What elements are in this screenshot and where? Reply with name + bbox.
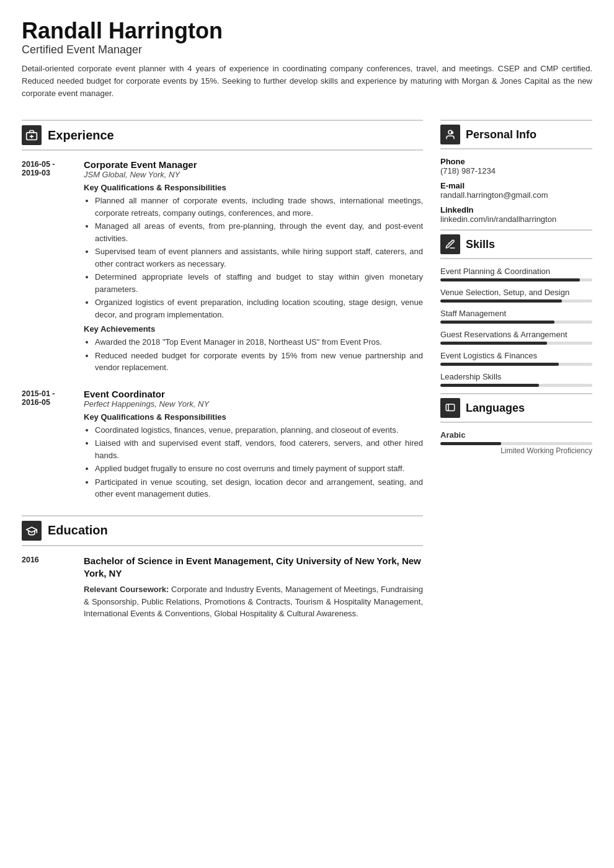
skill-bar-bg	[440, 299, 592, 303]
personal-info-section-title: Personal Info	[466, 128, 536, 141]
edu-degree: Bachelor of Science in Event Management,…	[84, 555, 423, 580]
language-item-0: Arabic Limited Working Proficiency	[440, 430, 592, 455]
header-section: Randall Harrington Certified Event Manag…	[22, 19, 592, 100]
resume-wrapper: Randall Harrington Certified Event Manag…	[0, 0, 614, 649]
skill-bar-fill	[440, 342, 547, 345]
skills-section-title: Skills	[466, 238, 495, 251]
qualification-item: Organized logistics of event preparation…	[95, 296, 423, 321]
email-item: E-mail randall.harrington@gmail.com	[440, 181, 592, 200]
skills-section-header: Skills	[440, 229, 592, 259]
language-level: Limited Working Proficiency	[440, 446, 592, 455]
exp-company: JSM Global, New York, NY	[84, 170, 423, 179]
edu-entry-0: 2016 Bachelor of Science in Event Manage…	[22, 555, 423, 620]
exp-date: 2016-05 -2019-03	[22, 159, 84, 375]
skill-bar-fill	[440, 321, 554, 324]
education-entries: 2016 Bachelor of Science in Event Manage…	[22, 555, 423, 620]
skill-item-3: Guest Reservations & Arrangement	[440, 330, 592, 345]
edu-detail: Bachelor of Science in Event Management,…	[84, 555, 423, 620]
qualification-item: Liaised with and supervised event staff,…	[95, 437, 423, 461]
skills-icon	[440, 234, 460, 254]
qualifications-label: Key Qualifications & Responsibilities	[84, 183, 423, 192]
qualification-item: Managed all areas of events, from pre-pl…	[95, 220, 423, 244]
phone-item: Phone (718) 987-1234	[440, 157, 592, 175]
svg-point-5	[448, 242, 450, 244]
svg-rect-6	[446, 404, 455, 411]
linkedin-value: linkedin.com/in/randallharrington	[440, 215, 592, 224]
exp-detail: Corporate Event Manager JSM Global, New …	[84, 159, 423, 375]
language-bar-fill	[440, 442, 501, 445]
personal-info-icon	[440, 125, 460, 144]
email-value: randall.harrington@gmail.com	[440, 190, 592, 200]
email-label: E-mail	[440, 181, 592, 190]
skill-name: Leadership Skills	[440, 372, 592, 381]
languages-section-title: Languages	[466, 402, 525, 415]
skill-item-1: Venue Selection, Setup, and Design	[440, 288, 592, 303]
skill-bar-bg	[440, 342, 592, 345]
skill-name: Event Planning & Coordination	[440, 267, 592, 276]
skill-bar-bg	[440, 321, 592, 324]
skill-bar-bg	[440, 363, 592, 366]
languages-icon	[440, 398, 460, 418]
edu-year: 2016	[22, 555, 84, 620]
languages-section-header: Languages	[440, 393, 592, 423]
linkedin-item: LinkedIn linkedin.com/in/randallharringt…	[440, 205, 592, 224]
skill-name: Venue Selection, Setup, and Design	[440, 288, 592, 297]
exp-job-title: Event Coordinator	[84, 389, 423, 399]
phone-value: (718) 987-1234	[440, 166, 592, 175]
achievements-label: Key Achievements	[84, 324, 423, 334]
phone-label: Phone	[440, 157, 592, 166]
right-column: Personal Info Phone (718) 987-1234 E-mai…	[440, 120, 592, 630]
education-section-header: Education	[22, 515, 423, 546]
qualifications-list: Coordinated logistics, finances, venue, …	[84, 424, 423, 500]
skill-bar-bg	[440, 384, 592, 387]
qualification-item: Coordinated logistics, finances, venue, …	[95, 424, 423, 436]
qualification-item: Planned all manner of corporate events, …	[95, 195, 423, 219]
skill-item-4: Event Logistics & Finances	[440, 351, 592, 366]
exp-detail: Event Coordinator Perfect Happenings, Ne…	[84, 389, 423, 502]
skill-item-0: Event Planning & Coordination	[440, 267, 592, 281]
languages-list: Arabic Limited Working Proficiency	[440, 430, 592, 455]
qualifications-list: Planned all manner of corporate events, …	[84, 195, 423, 321]
skill-bar-fill	[440, 299, 562, 303]
edu-coursework: Relevant Coursework: Corporate and Indus…	[84, 583, 423, 620]
qualification-item: Determined appropriate levels of staffin…	[95, 271, 423, 295]
education-section-title: Education	[48, 523, 108, 538]
exp-date: 2015-01 -2016-05	[22, 389, 84, 502]
experience-icon	[22, 125, 42, 145]
main-content: Experience 2016-05 -2019-03 Corporate Ev…	[22, 120, 592, 630]
language-name: Arabic	[440, 430, 592, 440]
qualification-item: Supervised team of event planners and as…	[95, 246, 423, 270]
skill-bar-bg	[440, 278, 592, 281]
skill-name: Event Logistics & Finances	[440, 351, 592, 360]
linkedin-label: LinkedIn	[440, 205, 592, 215]
exp-company: Perfect Happenings, New York, NY	[84, 399, 423, 409]
candidate-title: Certified Event Manager	[22, 43, 592, 56]
skill-name: Staff Management	[440, 309, 592, 318]
exp-entry-0: 2016-05 -2019-03 Corporate Event Manager…	[22, 159, 423, 375]
exp-entry-1: 2015-01 -2016-05 Event Coordinator Perfe…	[22, 389, 423, 502]
skill-item-2: Staff Management	[440, 309, 592, 324]
qualification-item: Applied budget frugally to ensure no cos…	[95, 463, 423, 475]
experience-section-header: Experience	[22, 120, 423, 151]
qualifications-label: Key Qualifications & Responsibilities	[84, 412, 423, 422]
achievements-list: Awarded the 2018 "Top Event Manager in 2…	[84, 336, 423, 374]
experience-section-title: Experience	[48, 128, 114, 143]
exp-job-title: Corporate Event Manager	[84, 159, 423, 170]
achievement-item: Reduced needed budget for corporate even…	[95, 350, 423, 374]
achievement-item: Awarded the 2018 "Top Event Manager in 2…	[95, 336, 423, 348]
qualification-item: Participated in venue scouting, set desi…	[95, 476, 423, 500]
skill-bar-fill	[440, 384, 539, 387]
skill-bar-fill	[440, 363, 559, 366]
personal-info-section-header: Personal Info	[440, 120, 592, 149]
candidate-name: Randall Harrington	[22, 19, 592, 43]
skill-bar-fill	[440, 278, 580, 281]
experience-entries: 2016-05 -2019-03 Corporate Event Manager…	[22, 159, 423, 502]
left-column: Experience 2016-05 -2019-03 Corporate Ev…	[22, 120, 423, 630]
skill-name: Guest Reservations & Arrangement	[440, 330, 592, 339]
language-bar-bg	[440, 442, 592, 445]
skill-item-5: Leadership Skills	[440, 372, 592, 387]
candidate-summary: Detail-oriented corporate event planner …	[22, 63, 592, 100]
skills-list: Event Planning & Coordination Venue Sele…	[440, 267, 592, 387]
education-icon	[22, 521, 42, 541]
